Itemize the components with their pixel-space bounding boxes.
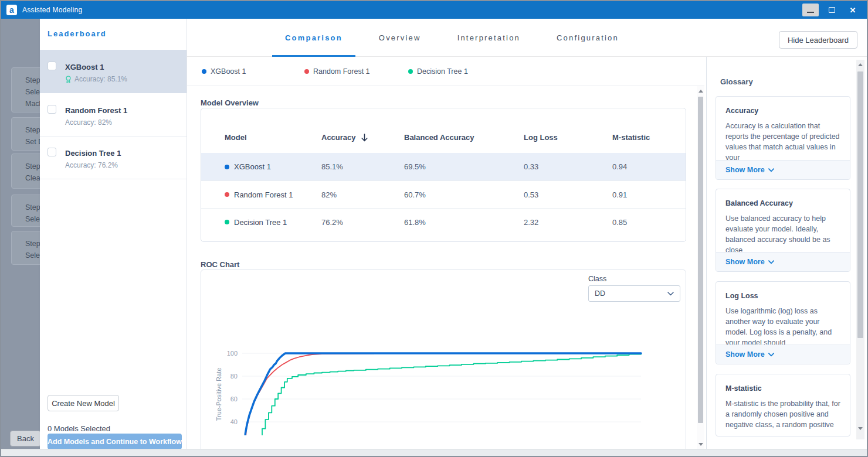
workflow-step-card: Step 2 Set D <box>11 117 40 151</box>
glossary-title: Glossary <box>720 77 753 86</box>
show-more-link[interactable]: Show More <box>716 160 850 179</box>
log-loss-value: 0.53 <box>524 190 612 199</box>
column-balanced-accuracy[interactable]: Balanced Accuracy <box>404 133 524 142</box>
glossary-scrollbar[interactable] <box>856 60 864 439</box>
model-dot-green <box>225 220 229 224</box>
show-more-label: Show More <box>725 258 765 266</box>
step-text: Set D <box>25 136 40 148</box>
legend-label: XGBoost 1 <box>211 67 246 76</box>
table-row-random-forest[interactable]: Random Forest 1 82% 60.7% 0.53 0.91 <box>201 180 686 208</box>
tab-comparison[interactable]: Comparison <box>272 19 355 57</box>
step-text: Step 1 <box>25 74 40 86</box>
tab-interpretation[interactable]: Interpretation <box>445 19 533 57</box>
leaderboard-item-decision-tree[interactable]: Decision Tree 1 Accuracy: 76.2% <box>40 136 187 179</box>
m-statistic-value: 0.85 <box>612 218 686 227</box>
roc-chart-card: Class DD 100806040True-Positive Rate <box>201 270 686 449</box>
table-row-decision-tree[interactable]: Decision Tree 1 76.2% 61.8% 2.32 0.85 <box>201 208 686 236</box>
scrollbar-thumb[interactable] <box>698 97 703 423</box>
scrollbar-thumb[interactable] <box>857 71 863 338</box>
model-name: Random Forest 1 <box>65 106 127 115</box>
balanced-accuracy-value: 61.8% <box>404 218 524 227</box>
model-cell: Decision Tree 1 <box>225 218 321 227</box>
model-name: Decision Tree 1 <box>65 149 121 158</box>
svg-text:40: 40 <box>230 418 238 425</box>
champion-badge-icon <box>65 76 72 83</box>
column-log-loss[interactable]: Log Loss <box>524 133 612 142</box>
svg-text:60: 60 <box>230 395 238 403</box>
model-accuracy: Accuracy: 82% <box>65 118 112 127</box>
log-loss-value: 2.32 <box>524 218 612 227</box>
model-accuracy-label: Accuracy: 76.2% <box>65 161 118 169</box>
leaderboard-panel: Leaderboard XGBoost 1 Accuracy: 85.1% Ra… <box>40 19 187 449</box>
scroll-down-icon[interactable] <box>697 441 704 448</box>
leaderboard-item-xgboost[interactable]: XGBoost 1 Accuracy: 85.1% <box>40 50 187 93</box>
class-dropdown-value: DD <box>595 289 605 298</box>
table-row-xgboost[interactable]: XGBoost 1 85.1% 69.5% 0.33 0.94 <box>201 153 686 180</box>
scroll-up-icon[interactable] <box>697 87 704 94</box>
glossary-card-balanced-accuracy: Balanced Accuracy Use balanced accuracy … <box>716 189 850 272</box>
main-content-scrollbar[interactable] <box>697 86 704 449</box>
glossary-term: Log Loss <box>725 292 840 300</box>
class-label: Class <box>588 275 606 283</box>
show-more-label: Show More <box>725 166 765 174</box>
column-accuracy[interactable]: Accuracy <box>321 133 404 142</box>
glossary-definition: Use balanced accuracy to help evaluate y… <box>725 213 840 255</box>
show-more-label: Show More <box>725 350 765 359</box>
app-logo-icon: a <box>6 5 17 15</box>
model-checkbox[interactable] <box>48 62 56 70</box>
glossary-card-m-statistic: M-statistic M-statistic is the probabili… <box>716 374 850 436</box>
model-dot-red <box>225 192 229 197</box>
accuracy-value: 76.2% <box>321 218 404 227</box>
model-dot-blue <box>225 165 229 169</box>
glossary-definition: M-statistic is the probability that, for… <box>725 398 840 430</box>
step-text: Step 5 <box>25 238 40 250</box>
balanced-accuracy-value: 60.7% <box>404 190 524 199</box>
glossary-definition: Accuracy is a calculation that reports t… <box>725 121 840 163</box>
model-overview-table: Model Accuracy Balanced Accuracy Log Los… <box>201 108 686 242</box>
leaderboard-title: Leaderboard <box>48 29 107 38</box>
roc-chart-title: ROC Chart <box>201 260 239 269</box>
scroll-down-icon[interactable] <box>856 425 864 432</box>
log-loss-value: 0.33 <box>524 162 612 171</box>
chart-legend: XGBoost 1 Random Forest 1 Decision Tree … <box>187 57 704 86</box>
model-checkbox[interactable] <box>48 148 56 156</box>
maximize-button[interactable] <box>823 4 840 16</box>
minimize-icon <box>807 12 814 13</box>
back-button[interactable]: Back <box>10 431 40 446</box>
scroll-up-icon[interactable] <box>856 61 864 68</box>
close-button[interactable]: ✕ <box>845 4 861 16</box>
accuracy-value: 85.1% <box>321 162 404 171</box>
leaderboard-item-random-forest[interactable]: Random Forest 1 Accuracy: 82% <box>40 93 187 137</box>
main-panel: Comparison Overview Interpretation Confi… <box>187 19 867 449</box>
tab-overview[interactable]: Overview <box>366 19 434 57</box>
model-name: Random Forest 1 <box>234 190 293 199</box>
chevron-down-icon <box>667 292 674 296</box>
create-new-model-button[interactable]: Create New Model <box>48 395 119 411</box>
add-models-continue-button[interactable]: Add Models and Continue to Workflow <box>48 434 182 449</box>
minimize-button[interactable] <box>802 4 819 16</box>
step-text: Clean <box>25 172 40 184</box>
class-dropdown[interactable]: DD <box>588 285 680 302</box>
show-more-link[interactable]: Show More <box>716 252 850 271</box>
model-name: XGBoost 1 <box>65 63 104 71</box>
glossary-card-log-loss: Log Loss Use logarithmic (log) loss as a… <box>716 281 850 364</box>
hide-leaderboard-button[interactable]: Hide Leaderboard <box>779 31 857 49</box>
tab-configuration[interactable]: Configuration <box>544 19 632 57</box>
column-accuracy-label: Accuracy <box>321 133 356 142</box>
legend-dot-red <box>304 69 309 74</box>
legend-label: Random Forest 1 <box>313 67 370 76</box>
tab-bar: Comparison Overview Interpretation Confi… <box>187 19 867 57</box>
column-model[interactable]: Model <box>225 133 321 142</box>
model-checkbox[interactable] <box>48 105 56 114</box>
title-bar: a Assisted Modeling ✕ <box>1 1 867 19</box>
step-text: Selec <box>25 86 40 98</box>
chevron-down-icon <box>768 260 774 264</box>
column-m-statistic[interactable]: M-statistic <box>612 133 686 142</box>
step-text: Step 2 <box>25 124 40 136</box>
step-text: Selec <box>25 250 40 261</box>
show-more-link[interactable]: Show More <box>716 345 850 364</box>
glossary-definition: Use logarithmic (log) loss as another wa… <box>725 306 840 348</box>
model-overview-title: Model Overview <box>201 98 259 107</box>
chevron-down-icon <box>768 353 774 357</box>
window-title: Assisted Modeling <box>22 6 82 14</box>
